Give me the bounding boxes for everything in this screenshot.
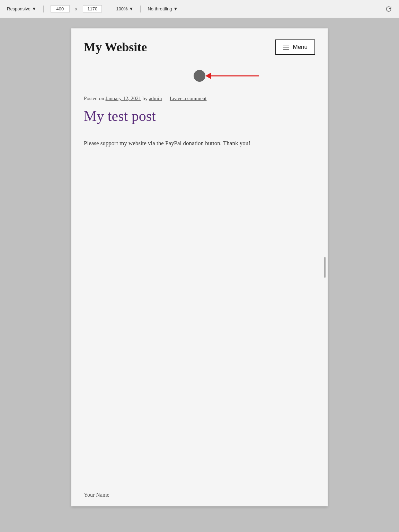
footer-name: Your Name — [84, 492, 109, 498]
author-link[interactable]: admin — [149, 96, 162, 101]
rotate-icon[interactable] — [385, 6, 392, 12]
red-arrow-annotation — [205, 71, 261, 81]
toolbar-divider-1 — [43, 6, 44, 12]
scrollbar-indicator[interactable] — [324, 257, 326, 278]
website-panel: My Website Menu — [71, 28, 328, 506]
svg-marker-1 — [205, 73, 211, 79]
dot-circle — [194, 70, 205, 82]
height-input[interactable] — [83, 5, 102, 12]
site-title: My Website — [84, 40, 147, 54]
menu-label: Menu — [293, 44, 308, 51]
post-body-text: Please support my website via the PayPal… — [84, 139, 315, 148]
hamburger-icon — [283, 45, 289, 50]
post-title: My test post — [71, 104, 328, 130]
post-date-link[interactable]: January 12, 2021 — [106, 96, 141, 101]
toolbar-divider-2 — [109, 6, 109, 12]
dimension-x: x — [75, 6, 78, 11]
responsive-selector[interactable]: Responsive ▼ — [7, 6, 36, 11]
browser-viewport-area: My Website Menu — [0, 18, 399, 532]
zoom-arrow: ▼ — [129, 6, 134, 11]
throttle-selector[interactable]: No throttling ▼ — [148, 6, 178, 11]
responsive-label: Responsive — [7, 6, 30, 11]
site-header: My Website Menu — [71, 28, 328, 63]
post-content: Please support my website via the PayPal… — [71, 130, 328, 156]
zoom-selector[interactable]: 100% ▼ — [116, 6, 133, 11]
posted-on-label: Posted on — [84, 96, 104, 101]
post-meta: Posted on January 12, 2021 by admin — Le… — [71, 92, 328, 104]
zoom-label: 100% — [116, 6, 127, 11]
width-input[interactable] — [51, 5, 70, 12]
throttle-label: No throttling — [148, 6, 172, 11]
responsive-arrow: ▼ — [32, 6, 36, 11]
dash-separator: — — [163, 96, 170, 101]
menu-button[interactable]: Menu — [275, 39, 315, 55]
annotation-area — [71, 63, 328, 92]
site-footer: Your Name — [84, 492, 109, 498]
toolbar-divider-3 — [140, 6, 141, 12]
by-label: by — [142, 96, 149, 101]
devtools-toolbar: Responsive ▼ x 100% ▼ No throttling ▼ — [0, 0, 399, 18]
throttle-arrow: ▼ — [174, 6, 178, 11]
leave-comment-link[interactable]: Leave a comment — [170, 96, 207, 101]
